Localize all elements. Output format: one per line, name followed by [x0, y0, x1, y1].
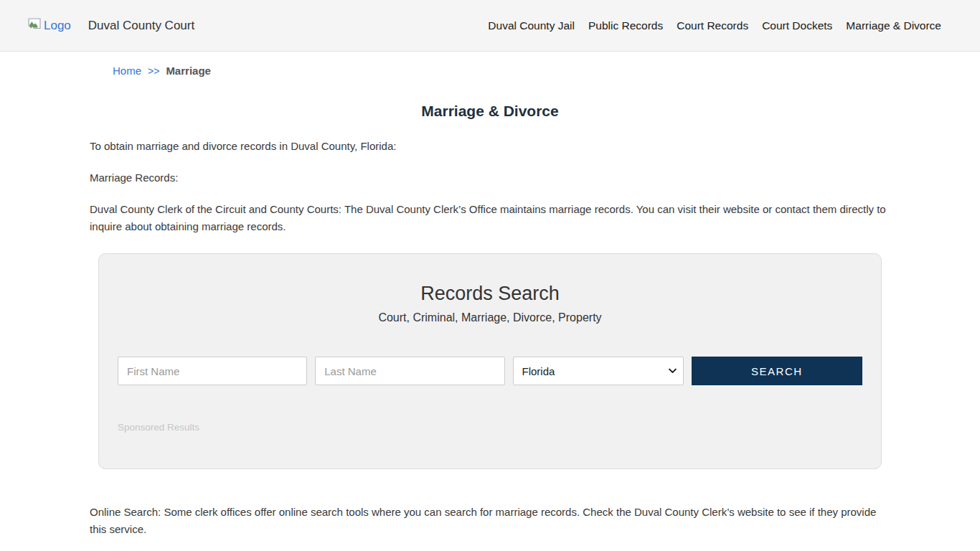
search-button[interactable]: SEARCH	[692, 357, 862, 385]
nav-item-public-records[interactable]: Public Records	[588, 19, 663, 32]
records-search-title: Records Search	[118, 283, 862, 305]
records-search-panel: Records Search Court, Criminal, Marriage…	[98, 253, 882, 469]
logo-link[interactable]: Logo	[28, 18, 71, 33]
broken-image-icon	[28, 18, 41, 33]
breadcrumb-current: Marriage	[166, 65, 211, 77]
last-name-input[interactable]	[315, 357, 504, 385]
marriage-records-label: Marriage Records:	[90, 169, 890, 187]
breadcrumb-home-link[interactable]: Home	[113, 65, 141, 77]
state-select[interactable]: Florida	[513, 357, 684, 385]
nav-item-court-dockets[interactable]: Court Dockets	[762, 19, 832, 32]
site-name: Duval County Court	[88, 19, 194, 33]
state-select-wrap: Florida	[513, 357, 684, 385]
site-header: Logo Duval County Court Duval County Jai…	[0, 0, 980, 52]
online-search-paragraph: Online Search: Some clerk offices offer …	[90, 504, 890, 538]
clerk-info-paragraph: Duval County Clerk of the Circuit and Co…	[90, 201, 890, 235]
brand: Logo Duval County Court	[28, 18, 194, 33]
main-nav: Duval County Jail Public Records Court R…	[488, 19, 941, 32]
breadcrumb-separator: >>	[148, 65, 159, 77]
nav-item-marriage-divorce[interactable]: Marriage & Divorce	[846, 19, 941, 32]
breadcrumb: Home >> Marriage	[113, 65, 890, 77]
records-search-subtitle: Court, Criminal, Marriage, Divorce, Prop…	[118, 311, 862, 324]
nav-item-duval-county-jail[interactable]: Duval County Jail	[488, 19, 575, 32]
logo-alt-text: Logo	[44, 19, 71, 33]
nav-item-court-records[interactable]: Court Records	[677, 19, 748, 32]
first-name-input[interactable]	[118, 357, 307, 385]
page-title: Marriage & Divorce	[90, 103, 890, 120]
intro-paragraph: To obtain marriage and divorce records i…	[90, 138, 890, 155]
main-content: Home >> Marriage Marriage & Divorce To o…	[90, 65, 890, 551]
records-search-form: Florida SEARCH	[118, 357, 862, 385]
sponsored-results-label: Sponsored Results	[118, 422, 862, 433]
